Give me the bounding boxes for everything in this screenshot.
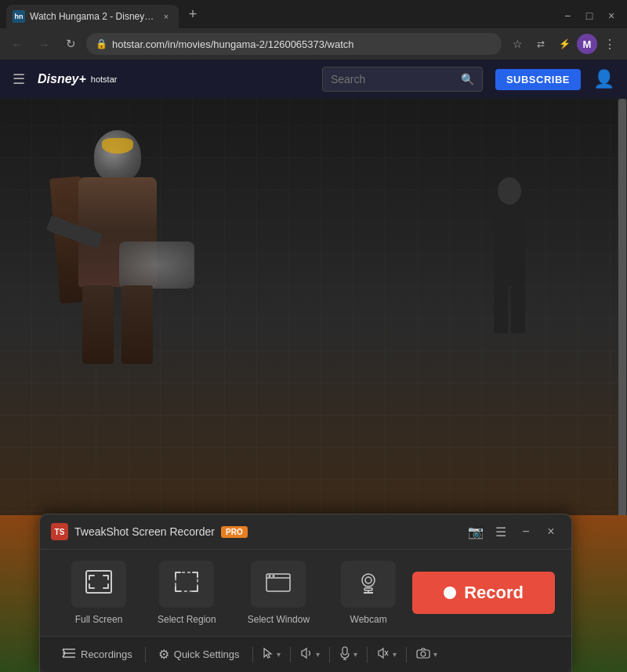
quick-settings-label: Quick Settings	[174, 648, 240, 660]
webcam-icon	[354, 569, 382, 600]
close-window-btn[interactable]: ×	[602, 6, 621, 25]
maximize-btn[interactable]: □	[580, 6, 599, 25]
select-region-icon-box	[159, 561, 214, 608]
svg-point-6	[362, 574, 375, 587]
footer-sep-3	[290, 647, 291, 663]
tab-close-btn[interactable]: ×	[160, 10, 172, 23]
hotstar-header: ☰ Disney+ hotstar 🔍 SUBSCRIBE 👤	[0, 60, 627, 99]
audio-dropdown-arrow: ▾	[316, 650, 320, 659]
minimize-btn[interactable]: −	[558, 6, 577, 25]
select-region-option[interactable]: Select Region	[142, 561, 232, 625]
footer-sep-4	[329, 647, 330, 663]
mando-visor	[102, 138, 133, 154]
quick-settings-btn[interactable]: ⚙ Quick Settings	[149, 644, 249, 665]
user-icon[interactable]: 👤	[593, 69, 614, 89]
full-screen-option[interactable]: Full Screen	[56, 561, 142, 625]
mic-dropdown-arrow: ▾	[353, 650, 357, 659]
active-tab[interactable]: hn Watch Hungama 2 - Disney+... ×	[6, 5, 179, 28]
new-tab-button[interactable]: +	[182, 3, 204, 25]
record-button-area: Record	[411, 572, 556, 614]
forward-button[interactable]: →	[33, 33, 55, 55]
select-window-label: Select Window	[248, 614, 310, 625]
mando-armor	[119, 242, 194, 289]
recordings-btn[interactable]: Recordings	[53, 645, 142, 665]
address-bar: ← → ↻ 🔒 hotstar.com/in/movies/hungama-2/…	[0, 28, 627, 60]
camera-dropdown-arrow: ▾	[433, 650, 437, 659]
browser-content: ☰ Disney+ hotstar 🔍 SUBSCRIBE 👤	[0, 60, 627, 672]
figure2-body	[494, 208, 525, 286]
mando-leg-right	[121, 285, 153, 364]
disney-logo-text: Disney+	[38, 72, 86, 86]
cast-btn[interactable]: ⇄	[530, 33, 552, 55]
browser-menu-btn[interactable]: ⋮	[599, 33, 621, 55]
system-audio-dropdown[interactable]: ▾	[371, 644, 403, 665]
cursor-dropdown-arrow: ▾	[277, 650, 281, 659]
mando-leg-left	[82, 285, 114, 364]
recorder-title: TweakShot Screen Recorder	[74, 525, 215, 538]
pro-badge: PRO	[221, 526, 248, 538]
refresh-button[interactable]: ↻	[60, 33, 82, 55]
mic-icon	[339, 646, 350, 663]
webcam-option[interactable]: Webcam	[325, 561, 411, 625]
svg-point-5	[273, 575, 275, 577]
mic-dropdown[interactable]: ▾	[333, 643, 364, 666]
select-region-icon	[172, 569, 201, 600]
recordings-label: Recordings	[81, 648, 132, 660]
select-window-icon	[264, 569, 292, 600]
svg-rect-8	[364, 588, 372, 590]
profile-button[interactable]: M	[577, 34, 597, 54]
recorder-logo: TS	[51, 523, 68, 540]
bookmark-btn[interactable]: ☆	[506, 33, 528, 55]
search-box[interactable]: 🔍	[322, 67, 483, 92]
search-input[interactable]	[331, 73, 456, 85]
url-bar[interactable]: 🔒 hotstar.com/in/movies/hungama-2/126006…	[86, 33, 502, 55]
camera-capture-btn[interactable]: 📷	[466, 522, 485, 541]
hotstar-logo-text: hotstar	[91, 74, 118, 84]
svg-rect-1	[176, 572, 198, 591]
select-window-option[interactable]: Select Window	[232, 561, 325, 625]
svg-point-20	[421, 652, 426, 656]
mando-legs	[82, 285, 153, 372]
subscribe-button[interactable]: SUBSCRIBE	[495, 69, 581, 90]
lock-icon: 🔒	[96, 38, 107, 49]
figure2-legs	[494, 286, 525, 333]
browser-frame: hn Watch Hungama 2 - Disney+... × + − □ …	[0, 0, 627, 672]
system-audio-dropdown-arrow: ▾	[393, 650, 397, 659]
footer-sep-5	[367, 647, 368, 663]
cursor-dropdown[interactable]: ▾	[256, 644, 287, 665]
figure2-leg-l	[494, 286, 508, 333]
full-screen-label: Full Screen	[75, 614, 123, 625]
footer-sep-1	[145, 647, 146, 663]
url-text: hotstar.com/in/movies/hungama-2/12600653…	[112, 38, 492, 50]
webcam-icon-box	[341, 561, 396, 608]
tweakshot-recorder-panel: TS TweakShot Screen Recorder PRO 📷 ☰ − ×	[39, 514, 572, 672]
second-figure	[486, 177, 533, 334]
recordings-icon	[62, 648, 76, 662]
svg-point-4	[269, 575, 271, 577]
footer-sep-6	[406, 647, 407, 663]
scrollbar-thumb[interactable]	[618, 99, 626, 558]
camera-dropdown[interactable]: ▾	[410, 645, 444, 664]
hotstar-logo: Disney+ hotstar	[38, 72, 117, 86]
system-audio-icon	[377, 647, 390, 662]
camera-footer-icon	[416, 648, 430, 661]
svg-point-7	[365, 577, 371, 583]
mando-helmet	[94, 130, 141, 181]
select-region-label: Select Region	[158, 614, 216, 625]
select-window-icon-box	[251, 561, 306, 608]
audio-icon	[300, 647, 313, 662]
extension-btn[interactable]: ⚡	[553, 33, 575, 55]
audio-dropdown[interactable]: ▾	[294, 644, 326, 665]
back-button[interactable]: ←	[6, 33, 28, 55]
hamburger-menu[interactable]: ☰	[13, 71, 25, 88]
full-screen-icon-box	[71, 561, 126, 608]
full-screen-icon	[85, 569, 113, 600]
minimize-recorder-btn[interactable]: −	[516, 522, 535, 541]
options-menu-btn[interactable]: ☰	[491, 522, 510, 541]
close-recorder-btn[interactable]: ×	[542, 522, 560, 541]
svg-rect-0	[86, 571, 111, 593]
recorder-footer: Recordings ⚙ Quick Settings ▾	[40, 636, 571, 672]
record-dot	[444, 587, 456, 599]
record-button[interactable]: Record	[412, 572, 555, 614]
mandalorian-figure	[39, 114, 196, 381]
